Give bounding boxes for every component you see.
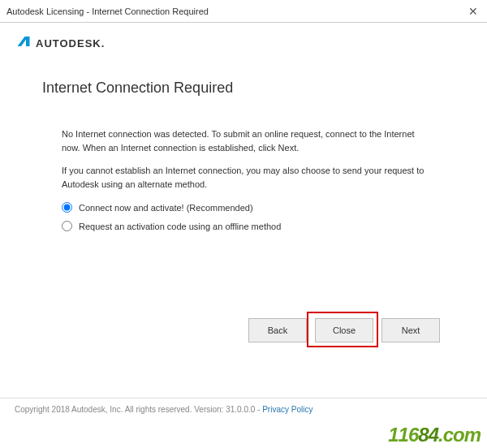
- brand-text: AUTODESK.: [36, 37, 105, 50]
- radio-connect-now-input[interactable]: [62, 202, 72, 213]
- paragraph-1: No Internet connection was detected. To …: [42, 127, 445, 154]
- copyright-text: Copyright 2018 Autodesk, Inc. All rights…: [15, 405, 262, 414]
- brand-header: AUTODESK.: [0, 23, 487, 60]
- content-area: Internet Connection Required No Internet…: [0, 60, 487, 248]
- window-body: AUTODESK. Internet Connection Required N…: [0, 23, 487, 448]
- back-button[interactable]: Back: [248, 318, 307, 342]
- page-title: Internet Connection Required: [42, 80, 445, 97]
- radio-offline-label: Request an activation code using an offl…: [79, 222, 281, 231]
- radio-connect-now[interactable]: Connect now and activate! (Recommended): [62, 202, 445, 213]
- watermark: 11684.com: [388, 424, 481, 446]
- button-row: Back Close Next: [248, 318, 440, 342]
- autodesk-logo-icon: [16, 34, 31, 52]
- window-title: Autodesk Licensing - Internet Connection…: [6, 6, 466, 16]
- radio-connect-now-label: Connect now and activate! (Recommended): [79, 203, 253, 213]
- close-icon[interactable]: ✕: [466, 5, 481, 18]
- privacy-policy-link[interactable]: Privacy Policy: [262, 405, 312, 414]
- titlebar: Autodesk Licensing - Internet Connection…: [0, 0, 487, 23]
- radio-offline-input[interactable]: [62, 221, 72, 231]
- next-button[interactable]: Next: [381, 318, 440, 342]
- radio-group: Connect now and activate! (Recommended) …: [42, 202, 445, 231]
- radio-offline[interactable]: Request an activation code using an offl…: [62, 221, 445, 231]
- paragraph-2: If you cannot establish an Internet conn…: [42, 164, 445, 191]
- close-button[interactable]: Close: [315, 318, 373, 342]
- footer: Copyright 2018 Autodesk, Inc. All rights…: [0, 398, 487, 420]
